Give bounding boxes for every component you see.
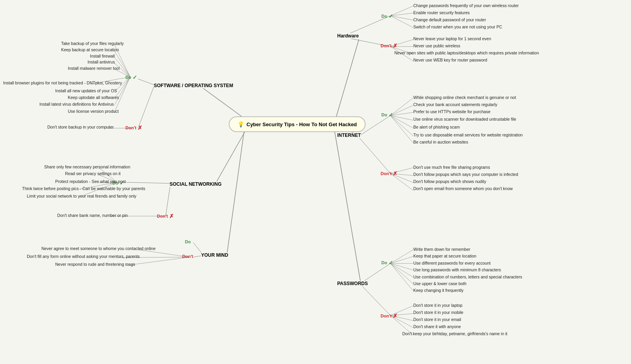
svg-line-36: [390, 16, 413, 20]
svg-line-5: [334, 130, 361, 284]
pw-dont-node: Don't ✗: [381, 313, 398, 319]
leaf-sn-do-3: Protect reputation - See what you post: [55, 179, 126, 184]
branch-social: SOCIAL NETWORKING: [170, 181, 222, 187]
leaf-mind-dont-1: Never agree to meet someone to whome you…: [41, 246, 156, 251]
leaf-sn-do-1: Share only few necessary personal inform…: [44, 164, 130, 169]
svg-line-49: [390, 116, 413, 136]
sn-dont-node: Don't ✗: [157, 213, 174, 219]
svg-line-62: [390, 263, 413, 284]
svg-line-55: [361, 263, 390, 283]
center-label: Cyber Security Tips - How To Not Get Hac…: [246, 121, 357, 127]
leaf-int-do-6: Try to use disposable email services for…: [413, 133, 523, 137]
leaf-sn-do-5: Limit your social network to your real f…: [27, 194, 136, 198]
hw-do-label: Do: [381, 14, 387, 19]
hw-dont-node: Don't ✗: [381, 43, 398, 49]
svg-line-35: [390, 13, 413, 16]
int-do-label: Do: [381, 112, 387, 117]
leaf-hw-do-2: Enable router security features: [413, 10, 470, 15]
leaf-sw-do-1: Take backup of your files regularly: [61, 41, 124, 46]
center-node: 💡 Cyber Security Tips - How To Not Get H…: [229, 116, 366, 132]
svg-line-45: [390, 105, 413, 116]
leaf-sw-do-7: Install all new updates of your OS: [55, 88, 117, 93]
leaf-pw-do-6: Use upper & lower case both: [413, 281, 467, 286]
branch-passwords: PASSWORDS: [337, 281, 368, 286]
svg-line-57: [390, 250, 413, 263]
leaf-sn-do-4: Think twice before posting pics - Can be…: [22, 186, 145, 191]
branch-mind: YOUR MIND: [201, 252, 228, 258]
leaf-pw-dont-2: Don't store it in your mobile: [413, 310, 463, 315]
svg-line-9: [114, 51, 130, 77]
branch-internet: INTERNET: [337, 133, 361, 138]
leaf-sw-do-5: Install malware remover tool: [68, 66, 119, 71]
svg-line-56: [361, 285, 390, 315]
leaf-sw-do-4: Install antivirus: [88, 60, 115, 64]
leaf-sn-dont-1: Don't share bank name, number or pin: [57, 213, 128, 218]
pw-do-node: Do ✓: [381, 259, 393, 266]
mind-do-label: Do: [185, 239, 191, 244]
pw-do-check-icon: ✓: [388, 259, 393, 266]
svg-line-44: [390, 98, 413, 116]
leaf-sw-do-8: Keep uptodate all softwares: [68, 95, 119, 100]
sw-do-label: Do: [125, 75, 131, 80]
svg-line-43: [359, 137, 390, 174]
int-dont-node: Don't ✗: [381, 170, 398, 177]
svg-line-20: [166, 185, 170, 216]
leaf-int-do-5: Be alert of phishing scam: [413, 125, 460, 129]
leaf-hw-do-3: Change default password of your router: [413, 17, 486, 22]
leaf-pw-do-2: Keep that paper at secure location: [413, 254, 476, 258]
leaf-hw-do-1: Change passwords frequently of your own …: [413, 3, 519, 8]
pw-dont-x-icon: ✗: [393, 313, 398, 319]
sw-dont-label: Don't: [125, 125, 136, 130]
leaf-pw-dont-4: Don't share it with anyone: [413, 324, 461, 329]
leaf-int-dont-1: Don't use much free file sharing program…: [413, 165, 490, 170]
sw-do-node: Do ✓: [125, 74, 137, 80]
leaf-int-do-3: Prefer to use HTTPs website for purchase: [413, 109, 491, 114]
int-do-node: Do ✓: [381, 112, 393, 118]
mind-dont-node: Don't: [182, 254, 193, 259]
pw-dont-label: Don't: [381, 314, 392, 318]
svg-line-1: [215, 125, 248, 185]
svg-line-61: [390, 263, 413, 277]
int-dont-x-icon: ✗: [393, 170, 398, 177]
leaf-pw-do-5: Use combination of numbers, letters and …: [413, 274, 522, 279]
leaf-pw-do-4: Use long passwords with minimum 8 charac…: [413, 267, 501, 272]
leaf-int-do-7: Be careful in auction websites: [413, 140, 468, 144]
svg-line-46: [390, 112, 413, 116]
int-do-check-icon: ✓: [388, 112, 393, 118]
leaf-hw-dont-4: Never use WEB key for router password: [413, 58, 487, 62]
sw-do-check-icon: ✓: [133, 74, 137, 80]
mind-do-node: Do: [185, 239, 191, 244]
leaf-mind-dont-2: Don't fill any form online without askin…: [27, 254, 140, 259]
bulb-icon: 💡: [237, 121, 244, 127]
sn-dont-x-icon: ✗: [169, 213, 174, 219]
leaf-int-dont-3: Don't follow popups which shows nudity: [413, 179, 486, 184]
leaf-pw-do-7: Keep changing it frequently: [413, 288, 463, 293]
leaf-hw-dont-1: Never leave your laptop for 1 second eve…: [413, 36, 491, 41]
sw-dont-x-icon: ✗: [138, 125, 142, 131]
leaf-sn-do-2: Read ser privacy settings on it: [65, 171, 121, 176]
svg-line-7: [138, 87, 154, 128]
svg-line-6: [138, 79, 154, 85]
svg-line-60: [390, 263, 413, 270]
hw-dont-x-icon: ✗: [393, 43, 398, 49]
leaf-int-do-2: Check your bank account satements regula…: [413, 102, 497, 107]
leaf-hw-do-4: Switch of router when you are not using …: [413, 24, 502, 29]
leaf-sw-do-9: Install latest virus definitions for Ant…: [39, 102, 114, 106]
hw-dont-label: Don't: [381, 43, 392, 48]
leaf-sw-do-6: Install browser plugins for not being tr…: [3, 80, 122, 85]
leaf-sw-do-2: Keep backup at secure location: [61, 47, 119, 52]
int-dont-label: Don't: [381, 171, 392, 176]
svg-line-3: [335, 39, 359, 120]
branch-software: SOFTWARE / OPERATING SYSTEM: [154, 83, 233, 88]
branch-hardware: Hardware: [337, 33, 359, 39]
svg-line-48: [390, 116, 413, 128]
svg-line-19: [124, 182, 170, 183]
leaf-sw-dont-1: Don't store backup in your computer: [47, 125, 114, 129]
leaf-pw-dont-1: Don't store it in your laptop: [413, 303, 463, 308]
hw-do-check-icon: ✓: [388, 13, 393, 19]
leaf-int-dont-4: Don't open email from someone whom you d…: [413, 186, 513, 191]
mindmap-canvas: 💡 Cyber Security Tips - How To Not Get H…: [0, 0, 631, 364]
leaf-hw-dont-2: Never use public wireless: [413, 43, 460, 48]
leaf-pw-do-1: Write them down for remember: [413, 247, 470, 252]
leaf-pw-dont-5: Don't keep your birhtday, petname, girlf…: [402, 331, 507, 336]
